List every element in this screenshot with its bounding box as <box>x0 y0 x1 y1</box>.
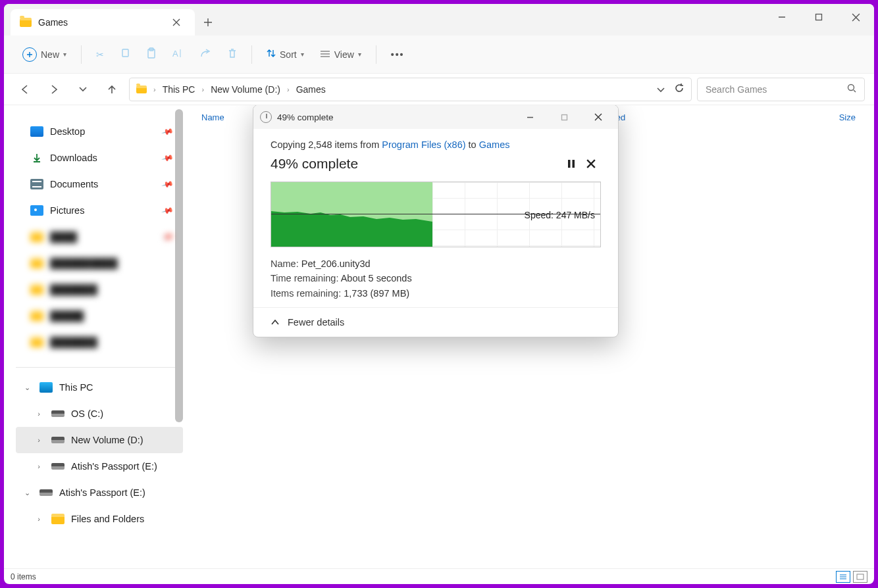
breadcrumb-folder[interactable]: Games <box>296 84 326 95</box>
sidebar-item-thispc[interactable]: ⌄This PC <box>16 374 183 401</box>
close-tab-button[interactable] <box>167 13 186 32</box>
chevron-down-icon[interactable]: ⌄ <box>21 383 33 392</box>
drive-icon <box>51 463 65 470</box>
address-bar[interactable]: › This PC › New Volume (D:) › Games <box>129 78 692 101</box>
rename-icon: A <box>172 48 184 61</box>
drive-icon <box>39 489 53 496</box>
close-window-button[interactable] <box>837 4 874 30</box>
dialog-title: 49% complete <box>277 112 334 122</box>
dialog-titlebar: 49% complete <box>253 105 618 129</box>
pictures-icon <box>30 205 43 216</box>
chevron-right-icon: › <box>284 86 292 93</box>
sidebar-item-blurred[interactable]: ████📌 <box>16 224 183 250</box>
thumbnails-view-icon[interactable] <box>853 571 867 583</box>
search-placeholder: Search Games <box>706 84 847 95</box>
sidebar: Desktop📌 Downloads📌 Documents📌 Pictures📌… <box>4 105 183 568</box>
folder-icon <box>51 514 65 524</box>
chevron-down-icon[interactable]: ⌄ <box>21 489 33 497</box>
copy-button[interactable] <box>113 43 137 66</box>
breadcrumb-volume[interactable]: New Volume (D:) <box>211 84 280 95</box>
view-button[interactable]: View ▾ <box>313 43 368 66</box>
dialog-close-button[interactable] <box>584 105 613 129</box>
clock-icon <box>260 111 272 123</box>
svg-rect-8 <box>573 160 575 168</box>
drive-icon <box>51 437 65 443</box>
sidebar-item-desktop[interactable]: Desktop📌 <box>16 118 183 145</box>
dest-link[interactable]: Games <box>479 139 510 150</box>
sidebar-item-blurred[interactable]: ███████ <box>16 276 183 303</box>
folder-icon <box>30 310 43 321</box>
sort-icon <box>267 49 276 60</box>
trash-icon <box>228 48 237 61</box>
pin-icon: 📌 <box>161 151 174 164</box>
sidebar-item-drive-c[interactable]: ›OS (C:) <box>16 401 183 427</box>
folder-icon <box>30 284 43 295</box>
maximize-button[interactable] <box>800 4 837 30</box>
dialog-footer[interactable]: Fewer details <box>253 307 618 337</box>
fewer-details-label: Fewer details <box>288 317 344 328</box>
recent-button[interactable] <box>71 78 95 101</box>
share-button[interactable] <box>194 43 219 66</box>
pin-icon: 📌 <box>161 204 174 217</box>
sidebar-item-drive-d[interactable]: ›New Volume (D:) <box>16 427 183 453</box>
minimize-button[interactable] <box>763 4 800 30</box>
pin-icon: 📌 <box>161 125 174 138</box>
sidebar-item-drive-e[interactable]: ›Atish's Passport (E:) <box>16 453 183 479</box>
chevron-right-icon: › <box>199 86 207 93</box>
delete-button[interactable] <box>221 43 244 66</box>
dialog-info: Name: Pet_206.unity3d Time remaining: Ab… <box>271 257 601 301</box>
cancel-button[interactable] <box>581 154 601 174</box>
sidebar-item-blurred[interactable]: █████ <box>16 303 183 329</box>
items-remaining: 1,733 (897 MB) <box>344 288 409 299</box>
rename-button[interactable]: A <box>166 43 191 66</box>
back-button[interactable] <box>13 78 37 101</box>
search-input[interactable]: Search Games <box>697 78 865 101</box>
sort-button[interactable]: Sort ▾ <box>260 43 311 66</box>
speed-label: Speed: 247 MB/s <box>525 210 595 220</box>
download-icon <box>30 153 43 163</box>
chevron-right-icon[interactable]: › <box>33 436 45 444</box>
sidebar-item-ext-folder[interactable]: ›Files and Folders <box>16 506 183 532</box>
new-tab-button[interactable] <box>195 9 221 36</box>
source-link[interactable]: Program Files (x86) <box>382 139 465 150</box>
document-icon <box>30 179 43 189</box>
search-icon <box>847 84 856 95</box>
desktop-icon <box>30 126 43 137</box>
sidebar-item-pictures[interactable]: Pictures📌 <box>16 197 183 224</box>
breadcrumb-pc[interactable]: This PC <box>163 84 195 95</box>
cut-button[interactable]: ✂ <box>90 43 111 66</box>
refresh-button[interactable] <box>674 83 684 95</box>
chevron-right-icon[interactable]: › <box>33 462 45 470</box>
view-label: View <box>334 49 354 60</box>
sidebar-item-blurred[interactable]: ██████████ <box>16 250 183 276</box>
new-button[interactable]: New ▾ <box>16 43 73 66</box>
chevron-down-icon[interactable] <box>657 84 665 95</box>
sidebar-item-ext-drive[interactable]: ⌄Atish's Passport (E:) <box>16 479 183 506</box>
folder-icon <box>30 232 43 242</box>
details-view-icon[interactable] <box>836 571 850 583</box>
sidebar-item-documents[interactable]: Documents📌 <box>16 171 183 197</box>
paste-button[interactable] <box>140 43 163 66</box>
sidebar-item-blurred[interactable]: ███████ <box>16 329 183 355</box>
sidebar-item-downloads[interactable]: Downloads📌 <box>16 145 183 171</box>
forward-button[interactable] <box>42 78 66 101</box>
navbar: › This PC › New Volume (D:) › Games Sear… <box>4 74 874 105</box>
column-size[interactable]: Size <box>803 112 856 122</box>
tab-title: Games <box>38 17 161 28</box>
tab-games[interactable]: Games <box>11 9 195 36</box>
sort-label: Sort <box>280 49 297 60</box>
chevron-right-icon[interactable]: › <box>33 515 45 523</box>
more-icon: ••• <box>391 49 405 60</box>
folder-icon <box>30 258 43 268</box>
more-button[interactable]: ••• <box>384 43 411 66</box>
dialog-minimize-button[interactable] <box>515 105 544 129</box>
pause-button[interactable] <box>561 154 581 174</box>
copy-dialog: 49% complete Copying 2,548 items from Pr… <box>253 105 619 337</box>
clipboard-icon <box>146 47 157 61</box>
scissors-icon: ✂ <box>96 49 104 60</box>
chevron-right-icon[interactable]: › <box>33 410 45 418</box>
up-button[interactable] <box>100 78 124 101</box>
status-item-count: 0 items <box>11 572 36 581</box>
dialog-maximize-button[interactable] <box>550 105 579 129</box>
pin-icon: 📌 <box>161 178 174 191</box>
